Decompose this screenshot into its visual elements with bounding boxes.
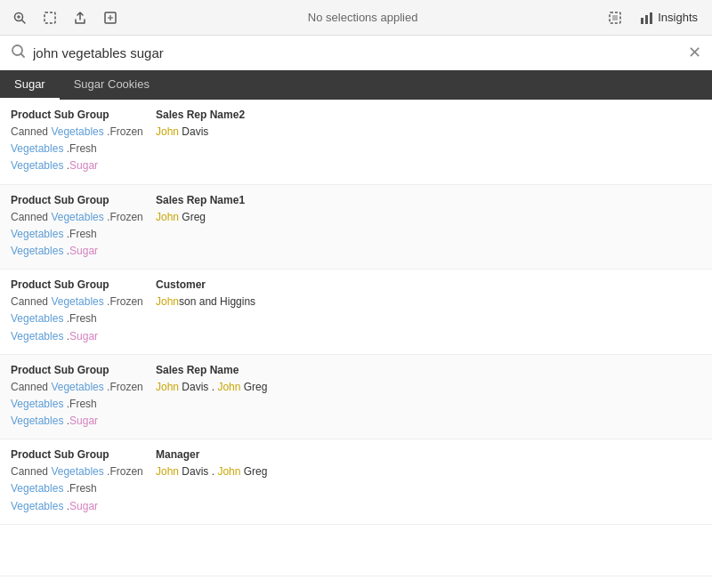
svg-rect-8 <box>641 18 643 24</box>
table-row: Product Sub GroupCanned Vegetables .Froz… <box>0 355 712 440</box>
field-value-left-4: Canned Vegetables .Frozen Vegetables .Fr… <box>11 463 149 515</box>
result-left-3: Product Sub GroupCanned Vegetables .Froz… <box>11 364 149 431</box>
field-value-left-2: Canned Vegetables .Frozen Vegetables .Fr… <box>11 294 149 345</box>
search-icon <box>11 44 26 62</box>
result-right-2: CustomerJohnson and Higgins <box>149 278 701 310</box>
field-value-left-1: Canned Vegetables .Frozen Vegetables .Fr… <box>11 209 149 261</box>
field-label-right-1: Sales Rep Name1 <box>156 194 701 206</box>
toolbar-right: Insights <box>603 5 705 30</box>
field-label-left-4: Product Sub Group <box>11 448 149 461</box>
table-row: Product Sub GroupCanned Vegetables .Froz… <box>0 270 712 355</box>
tabs: Sugar Sugar Cookies <box>0 70 712 100</box>
table-row: Product Sub GroupCanned Vegetables .Froz… <box>0 100 712 185</box>
svg-line-1 <box>22 20 26 23</box>
field-label-right-0: Sales Rep Name2 <box>156 109 701 121</box>
svg-rect-10 <box>650 12 652 24</box>
svg-rect-9 <box>645 15 648 24</box>
field-label-left-0: Product Sub Group <box>11 109 149 121</box>
smart-search-icon[interactable] <box>98 5 123 30</box>
field-label-left-2: Product Sub Group <box>11 278 149 291</box>
field-value-left-3: Canned Vegetables .Frozen Vegetables .Fr… <box>11 379 149 431</box>
insights-button[interactable]: Insights <box>633 7 705 28</box>
search-bar: ✕ <box>0 36 712 70</box>
result-left-2: Product Sub GroupCanned Vegetables .Froz… <box>11 278 149 345</box>
table-row: Product Sub GroupCanned Vegetables .Froz… <box>0 439 712 525</box>
svg-rect-7 <box>612 15 618 20</box>
export-icon[interactable] <box>68 5 93 30</box>
results-list: Product Sub GroupCanned Vegetables .Froz… <box>0 100 712 576</box>
field-label-left-3: Product Sub Group <box>11 364 149 376</box>
field-label-right-4: Manager <box>156 448 701 461</box>
result-left-4: Product Sub GroupCanned Vegetables .Froz… <box>11 448 149 515</box>
result-right-3: Sales Rep NameJohn Davis . John Greg <box>149 364 701 396</box>
insights-chart-icon <box>640 12 654 24</box>
result-right-4: ManagerJohn Davis . John Greg <box>149 448 701 480</box>
toolbar-status: No selections applied <box>128 11 597 24</box>
field-label-left-1: Product Sub Group <box>11 194 149 206</box>
lasso-select-icon[interactable] <box>37 5 62 30</box>
field-value-right-3: John Davis . John Greg <box>156 379 701 396</box>
table-row: Product Sub GroupCanned Vegetables .Froz… <box>0 185 712 270</box>
svg-line-12 <box>21 53 25 57</box>
field-value-right-4: John Davis . John Greg <box>156 463 701 480</box>
svg-rect-4 <box>44 12 55 23</box>
search-tool-icon[interactable] <box>7 5 32 30</box>
search-close-icon[interactable]: ✕ <box>688 43 701 62</box>
result-right-0: Sales Rep Name2John Davis <box>149 109 701 141</box>
toolbar: No selections applied Insights <box>0 0 712 36</box>
insights-label: Insights <box>658 11 698 24</box>
field-label-right-2: Customer <box>156 278 701 291</box>
result-left-1: Product Sub GroupCanned Vegetables .Froz… <box>11 194 149 261</box>
search-input[interactable] <box>33 45 681 60</box>
tab-sugar-cookies[interactable]: Sugar Cookies <box>60 70 164 100</box>
selection-mode-icon[interactable] <box>603 5 627 30</box>
show-more-wrap: Show me more <box>0 576 712 588</box>
tab-sugar[interactable]: Sugar <box>0 70 60 100</box>
field-value-right-0: John Davis <box>156 124 701 141</box>
field-value-right-2: Johnson and Higgins <box>156 294 701 310</box>
result-left-0: Product Sub GroupCanned Vegetables .Froz… <box>11 109 149 175</box>
field-value-left-0: Canned Vegetables .Frozen Vegetables .Fr… <box>11 124 149 175</box>
field-label-right-3: Sales Rep Name <box>156 364 701 376</box>
field-value-right-1: John Greg <box>156 209 701 226</box>
result-right-1: Sales Rep Name1John Greg <box>149 194 701 226</box>
